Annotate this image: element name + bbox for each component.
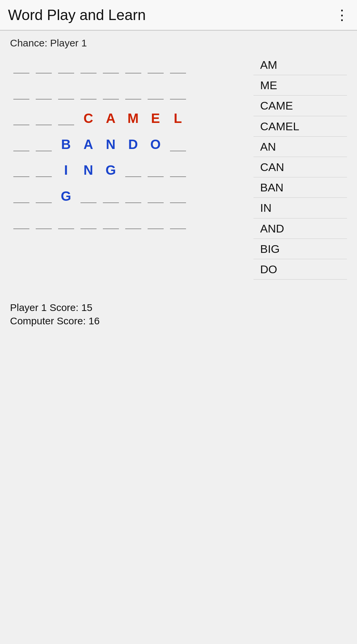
cell-5-8 [169,158,187,178]
cell-1-8 [169,55,187,75]
cell-1-3 [57,55,75,75]
cell-5-1 [12,158,30,178]
cell-4-d: D [124,133,142,153]
word-item-am: AM [253,55,347,75]
cell-2-1 [12,81,30,101]
cell-4-2 [34,133,53,153]
cell-5-6 [124,158,142,178]
cell-4-o: O [146,133,165,153]
cell-6-5 [102,184,120,204]
cell-5-g: G [102,158,120,178]
cell-6-g: G [57,184,75,204]
cell-7-1 [12,210,30,230]
cell-3-m: M [124,107,142,127]
cell-2-5 [102,81,120,101]
word-item-and: AND [253,218,347,239]
scores-section: Player 1 Score: 15 Computer Score: 16 [10,302,253,327]
cell-2-6 [124,81,142,101]
cell-1-5 [102,55,120,75]
cell-5-2 [34,158,53,178]
word-list: AM ME CAME CAMEL AN CAN BAN IN AND BIG D… [253,55,347,329]
cell-3-e: E [146,107,165,127]
player1-score: Player 1 Score: 15 [10,302,253,313]
cell-7-2 [34,210,53,230]
cell-7-8 [169,210,187,230]
cell-5-i: I [57,158,75,178]
cell-7-6 [124,210,142,230]
grid-row-7 [10,210,189,230]
cell-3-3 [57,107,75,127]
cell-6-2 [34,184,53,204]
crossword-grid: C A M E L B A N D O [10,55,217,295]
grid-row-5: I N G [10,158,189,178]
cell-2-8 [146,81,165,101]
grid-row-3: C A M E L [10,107,189,127]
cell-1-6 [124,55,142,75]
cell-3-c: C [79,107,98,127]
cell-3-a: A [102,107,120,127]
grid-row-1 [10,55,189,75]
word-item-came: CAME [253,96,347,116]
computer-score: Computer Score: 16 [10,315,253,327]
cell-7-3 [57,210,75,230]
grid-row-6: G [10,184,189,204]
cell-1-7 [146,55,165,75]
chance-label: Chance: Player 1 [10,37,347,49]
cell-1-4 [79,55,98,75]
game-area: C A M E L B A N D O [10,55,347,329]
main-content: Chance: Player 1 [0,31,357,335]
grid-row-4: B A N D O [10,133,189,153]
app-title: Word Play and Learn [8,7,146,23]
cell-3-1 [12,107,30,127]
cell-2-3 [57,81,75,101]
cell-4-b: B [57,133,75,153]
cell-3-l: L [169,107,187,127]
crossword-section: C A M E L B A N D O [10,55,253,329]
cell-2-4 [79,81,98,101]
cell-6-8 [169,184,187,204]
word-item-big: BIG [253,239,347,259]
cell-2-9 [169,81,187,101]
word-item-do: DO [253,259,347,280]
more-options-icon[interactable]: ⋮ [335,7,349,23]
cell-2-2 [34,81,53,101]
word-item-an: AN [253,137,347,157]
word-item-can: CAN [253,157,347,177]
cell-7-5 [102,210,120,230]
word-item-me: ME [253,75,347,96]
cell-3-2 [34,107,53,127]
cell-7-4 [79,210,98,230]
cell-5-n: N [79,158,98,178]
cell-1-1 [12,55,30,75]
word-item-in: IN [253,198,347,218]
grid-row-2 [10,81,189,101]
cell-5-7 [146,158,165,178]
cell-4-a: A [79,133,98,153]
cell-4-8 [169,133,187,153]
cell-6-1 [12,184,30,204]
cell-7-7 [146,210,165,230]
cell-6-6 [124,184,142,204]
cell-1-2 [34,55,53,75]
app-header: Word Play and Learn ⋮ [0,0,357,30]
cell-4-n: N [102,133,120,153]
cell-6-4 [79,184,98,204]
word-item-camel: CAMEL [253,116,347,137]
cell-6-7 [146,184,165,204]
word-item-ban: BAN [253,177,347,198]
cell-4-1 [12,133,30,153]
